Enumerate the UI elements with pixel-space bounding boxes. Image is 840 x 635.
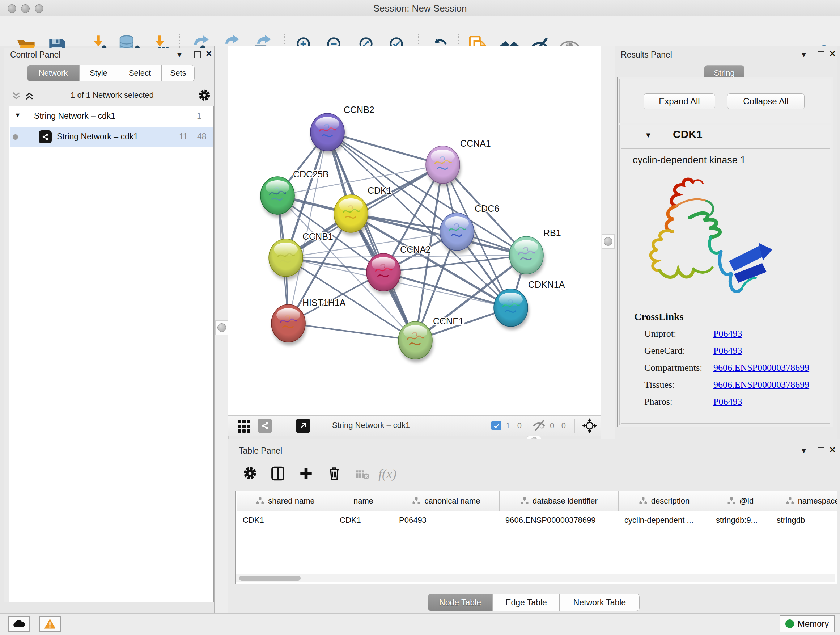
network-node-label-CDKN1A: CDKN1A: [528, 279, 565, 290]
network-node-CCNA1[interactable]: [426, 146, 460, 184]
expand-all-button[interactable]: Expand All: [644, 93, 715, 109]
select-columns-icon[interactable]: [271, 466, 285, 482]
table-cell[interactable]: stringdb: [771, 511, 837, 529]
network-node-CCNB1[interactable]: [269, 239, 303, 277]
tab-edge-table[interactable]: Edge Table: [493, 594, 560, 611]
birds-eye-view-icon[interactable]: [296, 418, 310, 433]
control-panel-float-icon[interactable]: [194, 51, 201, 58]
table-column-header-shared-name[interactable]: shared name: [237, 491, 334, 511]
warning-icon: [44, 619, 56, 629]
tab-sets[interactable]: Sets: [162, 65, 195, 81]
tab-select[interactable]: Select: [118, 65, 162, 81]
window-title: Session: New Session: [0, 3, 840, 14]
collection-label: String Network – cdk1: [34, 111, 115, 121]
crosslink-link[interactable]: 9606.ENSP00000378699: [714, 379, 809, 390]
tab-style[interactable]: Style: [79, 65, 118, 81]
table-cell[interactable]: CDK1: [237, 511, 334, 529]
table-cell[interactable]: 9606.ENSP00000378699: [500, 511, 619, 529]
table-panel-close-icon[interactable]: ✕: [829, 445, 836, 455]
network-node-CCNB2[interactable]: [310, 113, 344, 151]
main-toolbar: ?: [0, 16, 840, 46]
crosslinks-title: CrossLinks: [634, 311, 684, 323]
network-node-CDKN1A[interactable]: [494, 289, 528, 326]
network-canvas[interactable]: CCNB2CCNA1CDC25BCDK1CDC6RB1CCNB1CCNA2CDK…: [228, 46, 600, 415]
network-node-HIST1H1A[interactable]: [271, 304, 305, 342]
left-splitter-handle[interactable]: [215, 320, 228, 335]
table-column-header-description[interactable]: description: [619, 491, 710, 511]
table-column-header-namespace[interactable]: namespace: [771, 491, 837, 511]
delete-column-icon[interactable]: [327, 466, 341, 482]
table-cell[interactable]: P06493: [393, 511, 500, 529]
network-node-label-HIST1H1A: HIST1H1A: [302, 298, 346, 308]
table-hscrollbar[interactable]: [236, 574, 835, 582]
table-cell[interactable]: cyclin-dependent ...: [619, 511, 710, 529]
tab-network[interactable]: Network: [27, 65, 79, 81]
network-node-CDK1[interactable]: [334, 195, 368, 233]
collection-count: 1: [197, 111, 202, 121]
table-panel-float-icon[interactable]: [818, 448, 824, 454]
table-hscrollbar-thumb[interactable]: [239, 576, 301, 581]
control-panel-close-icon[interactable]: ✕: [205, 49, 212, 59]
crosslink-link[interactable]: 9606.ENSP00000378699: [714, 363, 809, 373]
table-column-header-name[interactable]: name: [334, 491, 393, 511]
network-options-gear-icon[interactable]: [198, 89, 210, 103]
protein-structure-image: [636, 174, 777, 308]
collapse-all-networks-icon[interactable]: [11, 91, 21, 102]
fit-selected-crosshair-icon[interactable]: [582, 418, 598, 435]
collapse-all-button[interactable]: Collapse All: [727, 93, 805, 109]
crosslink-row: GeneCard:P06493: [621, 342, 829, 359]
entry-collapse-icon[interactable]: ▼: [645, 131, 652, 139]
network-node-label-CCNB2: CCNB2: [344, 105, 374, 115]
network-node-label-CDK1: CDK1: [368, 185, 392, 195]
network-collection-row[interactable]: ▼ String Network – cdk1 1: [9, 106, 213, 127]
network-node-CDC25B[interactable]: [261, 177, 294, 214]
results-panel-float-icon[interactable]: [818, 51, 824, 58]
crosslink-link[interactable]: P06493: [714, 396, 742, 407]
network-row-selected[interactable]: String Network – cdk1 11 48: [10, 127, 213, 147]
table-cell[interactable]: CDK1: [334, 511, 393, 529]
table-panel-collapse-icon[interactable]: ▼: [800, 447, 807, 455]
control-panel-collapse-icon[interactable]: ▼: [176, 51, 183, 59]
network-node-label-RB1: RB1: [543, 228, 561, 238]
hidden-eye-icon: [532, 420, 546, 432]
network-node-count: 11: [179, 132, 188, 141]
crosslink-link[interactable]: P06493: [714, 328, 742, 339]
table-gear-icon[interactable]: [243, 466, 257, 481]
entry-name: CDK1: [673, 128, 703, 141]
tab-node-table[interactable]: Node Table: [428, 594, 493, 611]
selected-checkbox-icon[interactable]: [491, 421, 501, 431]
right-splitter-handle[interactable]: [602, 234, 615, 249]
network-style-icon[interactable]: [257, 418, 272, 433]
table-column-header-database-identifier[interactable]: database identifier: [500, 491, 619, 511]
add-column-icon[interactable]: [299, 466, 313, 482]
results-panel-collapse-icon[interactable]: ▼: [800, 51, 807, 59]
grid-view-icon[interactable]: [237, 418, 251, 434]
crosslink-label: Pharos:: [644, 396, 673, 407]
tab-network-table[interactable]: Network Table: [560, 594, 639, 611]
network-graph: CCNB2CCNA1CDC25BCDK1CDC6RB1CCNB1CCNA2CDK…: [228, 46, 600, 415]
network-node-CCNE1[interactable]: [398, 321, 432, 359]
network-edge-HIST1H1A-CCNE1[interactable]: [288, 323, 415, 340]
results-panel-close-icon[interactable]: ✕: [829, 49, 836, 59]
delete-table-icon: [355, 469, 370, 481]
network-edge-RB1-CCNA2[interactable]: [384, 255, 526, 272]
memory-label: Memory: [798, 619, 829, 629]
table-header-row: shared namenamecanonical namedatabase id…: [235, 491, 837, 511]
network-node-RB1[interactable]: [509, 236, 543, 274]
warning-status-button[interactable]: [39, 616, 61, 632]
crosslink-label: Compartments:: [644, 363, 702, 373]
cloud-status-button[interactable]: [8, 616, 30, 632]
table-cell[interactable]: stringdb:9...: [710, 511, 771, 529]
status-bar: Memory: [0, 613, 840, 635]
expand-all-networks-icon[interactable]: [25, 91, 34, 102]
network-edge-RB1-CCNB1[interactable]: [286, 255, 526, 258]
network-node-CDC6[interactable]: [440, 213, 474, 250]
network-node-label-CDC25B: CDC25B: [293, 169, 329, 179]
table-column-header--id[interactable]: @id: [710, 491, 771, 511]
collection-expand-icon[interactable]: ▼: [14, 111, 21, 119]
network-node-CCNA2[interactable]: [366, 253, 401, 291]
table-column-header-canonical-name[interactable]: canonical name: [393, 491, 500, 511]
network-edge-CCNB2-CCNE1[interactable]: [327, 132, 415, 340]
memory-button[interactable]: Memory: [780, 615, 835, 632]
crosslink-link[interactable]: P06493: [714, 345, 742, 356]
